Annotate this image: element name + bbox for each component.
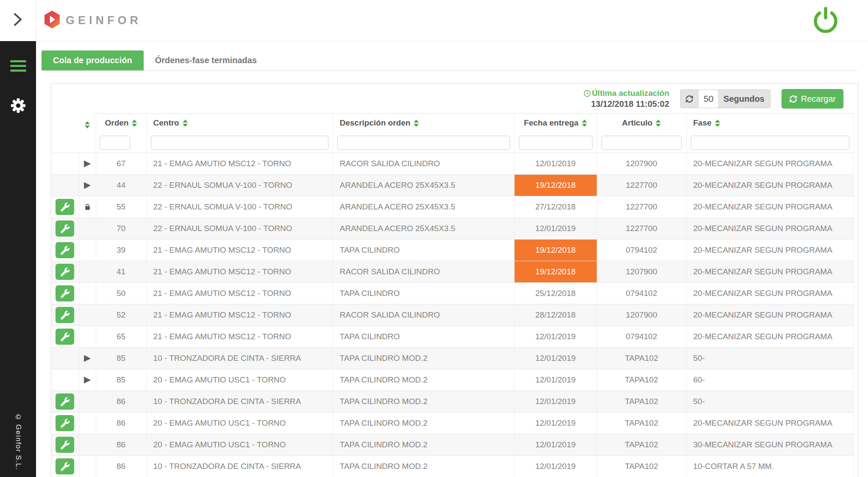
wrench-icon bbox=[61, 311, 70, 320]
cell-articulo: TAPA102 bbox=[597, 369, 686, 391]
cell-orden: 44 bbox=[96, 175, 146, 196]
gear-icon[interactable] bbox=[10, 98, 26, 113]
panel-controls: Última actualización 13/12/2018 11:05:02… bbox=[51, 84, 858, 111]
cell-articulo: 1227700 bbox=[597, 175, 686, 196]
cell-orden: 86 bbox=[96, 413, 146, 434]
expand-icon[interactable]: ▶ bbox=[84, 158, 91, 168]
cell-descripcion: RACOR SALIDA CILINDRO bbox=[333, 304, 514, 326]
wrench-button[interactable] bbox=[56, 329, 74, 345]
production-queue-panel: Última actualización 13/12/2018 11:05:02… bbox=[51, 83, 858, 477]
filter-articulo-input[interactable] bbox=[601, 136, 682, 150]
wrench-icon bbox=[61, 462, 70, 471]
cell-descripcion: TAPA CILINDRO bbox=[333, 240, 514, 261]
wrench-button[interactable] bbox=[56, 264, 74, 280]
cell-fase: 60- bbox=[686, 369, 854, 391]
cell-descripcion: ARANDELA ACERO 25X45X3.5 bbox=[333, 175, 514, 196]
cell-centro: 20 - EMAG AMUTIO USC1 - TORNO bbox=[146, 413, 333, 434]
sidebar-collapse-button[interactable] bbox=[0, 0, 36, 41]
cell-articulo: 1207900 bbox=[597, 153, 686, 175]
cell-centro: 21 - EMAG AMUTIO MSC12 - TORNO bbox=[146, 153, 333, 175]
wrench-button[interactable] bbox=[56, 458, 74, 474]
cell-orden: 52 bbox=[96, 304, 146, 326]
wrench-icon bbox=[61, 397, 70, 406]
header-fecha-entrega[interactable]: Fecha entrega bbox=[514, 114, 597, 133]
cell-fecha-entrega: 19/12/2018 bbox=[514, 175, 597, 196]
cell-fecha-entrega: 12/01/2019 bbox=[514, 434, 597, 456]
table-row: 86 20 - EMAG AMUTIO USC1 - TORNO TAPA CI… bbox=[51, 413, 854, 434]
wrench-button[interactable] bbox=[56, 220, 74, 237]
tab-cola-de-produccion[interactable]: Cola de producción bbox=[42, 50, 144, 70]
header-icon-sort[interactable] bbox=[79, 114, 96, 133]
cell-articulo: 1207900 bbox=[597, 261, 686, 283]
wrench-icon bbox=[61, 268, 70, 276]
cell-centro: 10 - TRONZADORA DE CINTA - SIERRA bbox=[146, 456, 333, 477]
cell-fase: 20-MECANIZAR SEGUN PROGRAMA bbox=[686, 283, 854, 304]
wrench-icon bbox=[61, 224, 70, 233]
header-centro[interactable]: Centro bbox=[146, 114, 333, 133]
filter-fecha-input[interactable] bbox=[519, 136, 593, 150]
brand-logo: GEINFOR bbox=[44, 10, 142, 31]
filter-orden-input[interactable] bbox=[100, 136, 130, 150]
cell-fase: 20-MECANIZAR SEGUN PROGRAMA bbox=[686, 261, 854, 283]
table-row: ▶ 44 22 - ERNAUL SOMUA V-100 - TORNO ARA… bbox=[51, 175, 854, 196]
wrench-button[interactable] bbox=[56, 242, 74, 258]
tab-ordenes-fase-terminadas[interactable]: Órdenes-fase terminadas bbox=[144, 50, 268, 70]
sort-icon[interactable] bbox=[715, 120, 720, 127]
wrench-button[interactable] bbox=[56, 285, 74, 301]
cell-descripcion: TAPA CILINDRO bbox=[333, 283, 514, 304]
table-row: 70 22 - ERNAUL SOMUA V-100 - TORNO ARAND… bbox=[51, 218, 854, 240]
wrench-button[interactable] bbox=[56, 437, 74, 453]
cell-orden: 86 bbox=[96, 434, 146, 456]
cell-fecha-entrega: 19/12/2018 bbox=[514, 261, 597, 283]
wrench-button[interactable] bbox=[56, 307, 74, 323]
brand-hexagon-icon bbox=[44, 10, 61, 31]
wrench-button[interactable] bbox=[56, 393, 74, 410]
header-articulo[interactable]: Artículo bbox=[597, 114, 686, 133]
cell-fecha-entrega: 19/12/2018 bbox=[514, 240, 597, 261]
sort-icon[interactable] bbox=[414, 120, 419, 127]
sort-icon[interactable] bbox=[582, 120, 587, 127]
menu-icon[interactable] bbox=[10, 60, 26, 72]
cell-orden: 65 bbox=[96, 326, 146, 348]
cell-descripcion: TAPA CILINDRO MOD.2 bbox=[333, 369, 514, 391]
wrench-icon bbox=[61, 441, 70, 449]
cell-descripcion: ARANDELA ACERO 25X45X3.5 bbox=[333, 196, 514, 218]
header-fase[interactable]: Fase bbox=[686, 114, 854, 133]
reload-button[interactable]: Recargar bbox=[782, 89, 843, 109]
wrench-button[interactable] bbox=[56, 199, 74, 215]
cell-centro: 10 - TRONZADORA DE CINTA - SIERRA bbox=[146, 348, 333, 369]
cell-descripcion: TAPA CILINDRO MOD.2 bbox=[333, 391, 514, 413]
sort-icon[interactable] bbox=[132, 120, 137, 127]
sort-icon[interactable] bbox=[183, 120, 188, 127]
sort-icon[interactable] bbox=[85, 121, 90, 128]
cell-descripcion: TAPA CILINDRO bbox=[333, 326, 514, 348]
cell-articulo: TAPA102 bbox=[597, 348, 686, 369]
chevron-right-icon bbox=[13, 11, 23, 30]
cell-orden: 85 bbox=[96, 348, 146, 369]
cell-fase: 30-MECANIZAR SEGUN PROGRAMA bbox=[686, 434, 854, 456]
sort-icon[interactable] bbox=[656, 120, 661, 127]
header-orden[interactable]: Orden bbox=[96, 114, 146, 133]
power-button[interactable] bbox=[812, 6, 839, 35]
clock-icon bbox=[584, 90, 591, 97]
cell-articulo: 0794102 bbox=[597, 283, 686, 304]
last-update-info: Última actualización 13/12/2018 11:05:02 bbox=[584, 89, 669, 109]
interval-seconds-input[interactable] bbox=[698, 89, 718, 108]
table-row: 39 21 - EMAG AMUTIO MSC12 - TORNO TAPA C… bbox=[51, 240, 854, 261]
expand-icon[interactable]: ▶ bbox=[84, 180, 91, 190]
cell-articulo: TAPA102 bbox=[597, 434, 686, 456]
copyright-text: © Geinfor S.L. bbox=[14, 413, 22, 470]
expand-icon[interactable]: ▶ bbox=[84, 374, 91, 385]
expand-icon[interactable]: ▶ bbox=[84, 353, 91, 363]
table-row: 50 21 - EMAG AMUTIO MSC12 - TORNO TAPA C… bbox=[51, 283, 854, 304]
filter-centro-input[interactable] bbox=[151, 136, 328, 150]
filter-descripcion-input[interactable] bbox=[337, 136, 510, 150]
interval-unit-label: Segundos bbox=[718, 89, 771, 108]
cell-articulo: 1227700 bbox=[597, 218, 686, 240]
filter-fase-input[interactable] bbox=[691, 136, 850, 150]
cell-centro: 21 - EMAG AMUTIO MSC12 - TORNO bbox=[146, 283, 333, 304]
cell-orden: 50 bbox=[96, 283, 146, 304]
header-descripcion-orden[interactable]: Descripción orden bbox=[333, 114, 514, 133]
wrench-button[interactable] bbox=[56, 415, 74, 431]
cell-orden: 67 bbox=[96, 153, 146, 175]
